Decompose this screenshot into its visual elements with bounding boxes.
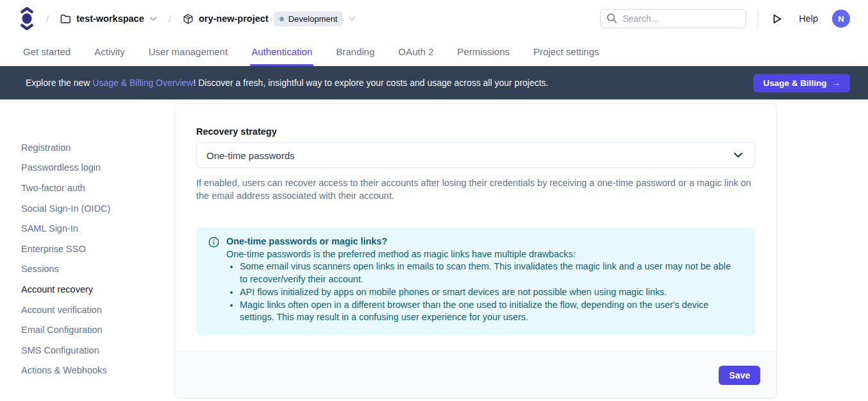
tab-oauth2[interactable]: OAuth 2 (398, 37, 433, 66)
info-box-content: One-time passwords or magic links? One-t… (226, 235, 740, 324)
sidebar-item-saml-sign-in[interactable]: SAML Sign-In (21, 218, 174, 239)
info-bullet: API flows initialized by apps on mobile … (240, 286, 740, 299)
sidebar-item-passwordless-login[interactable]: Passwordless login (21, 158, 174, 178)
environment-label: Development (288, 14, 338, 24)
info-bullet-list: Some email virus scanners open links in … (226, 260, 740, 324)
avatar[interactable]: N (832, 10, 850, 28)
recovery-strategy-select[interactable]: One-time passwords (196, 142, 755, 168)
ory-logo-icon (20, 7, 34, 30)
banner-text-after: ! Discover a fresh, insightful way to ex… (193, 78, 548, 88)
search-box (600, 9, 746, 28)
search-input[interactable] (600, 9, 746, 28)
tab-get-started[interactable]: Get started (23, 37, 71, 66)
workspace-selector[interactable]: test-workspace (60, 13, 157, 24)
sidebar-item-social-sign-in[interactable]: Social Sign-In (OIDC) (21, 198, 174, 219)
tab-user-management[interactable]: User management (149, 37, 228, 66)
content-area: Registration Passwordless login Two-fact… (0, 99, 868, 401)
project-nav-tabs: Get started Activity User management Aut… (0, 37, 868, 66)
card-body: Recovery strategy One-time passwords If … (175, 103, 776, 336)
play-icon (772, 13, 782, 24)
environment-badge: Development (274, 12, 344, 26)
usage-billing-button[interactable]: Usage & Billing → (753, 74, 850, 92)
tab-project-settings[interactable]: Project settings (533, 37, 599, 66)
chevron-down-icon (733, 152, 743, 158)
tab-permissions[interactable]: Permissions (457, 37, 510, 66)
card-footer: Save (175, 351, 776, 398)
workspace-name: test-workspace (76, 13, 144, 24)
account-recovery-card: Recovery strategy One-time passwords If … (174, 103, 777, 399)
header-divider (758, 10, 758, 27)
arrow-right-icon: → (832, 78, 841, 88)
sidebar-item-email-configuration[interactable]: Email Configuration (21, 320, 174, 340)
authentication-sidebar: Registration Passwordless login Two-fact… (0, 99, 174, 401)
select-value: One-time passwords (206, 150, 295, 161)
ory-logo[interactable] (19, 6, 35, 31)
tab-authentication[interactable]: Authentication (251, 37, 312, 66)
info-icon (208, 237, 219, 324)
save-button[interactable]: Save (719, 366, 760, 385)
play-button[interactable] (772, 13, 782, 24)
project-name: ory-new-project (199, 13, 269, 24)
recovery-description: If enabled, users can recover access to … (196, 176, 755, 202)
sidebar-item-registration[interactable]: Registration (21, 137, 174, 158)
package-icon (183, 13, 194, 24)
usage-billing-overview-link[interactable]: Usage & Billing Overview (92, 78, 193, 88)
sidebar-item-sessions[interactable]: Sessions (21, 259, 174, 280)
usage-billing-button-label: Usage & Billing (763, 78, 826, 88)
help-link[interactable]: Help (799, 13, 818, 24)
info-box: One-time passwords or magic links? One-t… (196, 227, 755, 336)
banner-text-before: Explore the new (26, 78, 92, 88)
banner-message: Explore the new Usage & Billing Overview… (26, 78, 549, 88)
folder-icon (60, 14, 71, 24)
project-selector[interactable]: ory-new-project Development (183, 12, 356, 26)
sidebar-item-account-verification[interactable]: Account verification (21, 300, 174, 320)
sidebar-item-sms-configuration[interactable]: SMS Configuration (21, 340, 174, 361)
info-box-title: One-time passwords or magic links? (226, 235, 740, 248)
breadcrumb-separator: / (46, 13, 49, 24)
tab-activity[interactable]: Activity (94, 37, 125, 66)
chevron-down-icon (149, 16, 157, 21)
search-icon (606, 13, 617, 26)
sidebar-item-actions-webhooks[interactable]: Actions & Webhooks (21, 361, 174, 381)
info-box-intro: One-time passwords is the preferred meth… (226, 248, 740, 261)
sidebar-item-two-factor-auth[interactable]: Two-factor auth (21, 178, 174, 198)
tab-branding[interactable]: Branding (336, 37, 374, 66)
usage-billing-banner: Explore the new Usage & Billing Overview… (0, 66, 868, 99)
info-bullet: Some email virus scanners open links in … (240, 260, 740, 286)
environment-dot-icon (280, 17, 284, 21)
info-bullet: Magic links often open in a different br… (240, 299, 740, 324)
top-header: / test-workspace / ory-new-project Devel… (0, 0, 868, 37)
sidebar-item-enterprise-sso[interactable]: Enterprise SSO (21, 239, 174, 259)
sidebar-item-account-recovery[interactable]: Account recovery (21, 279, 174, 300)
recovery-strategy-label: Recovery strategy (196, 126, 755, 137)
chevron-down-icon (348, 16, 356, 21)
breadcrumb-separator: / (169, 13, 171, 24)
